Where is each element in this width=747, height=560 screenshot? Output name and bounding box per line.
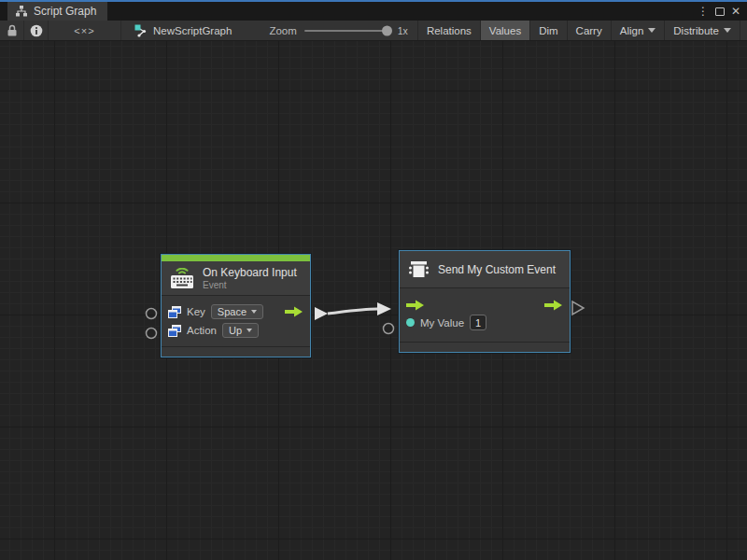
zoom-slider-handle[interactable]: [382, 25, 392, 35]
graph-icon: [134, 24, 148, 37]
object-icon: [168, 306, 181, 318]
values-button[interactable]: Values: [480, 21, 529, 40]
action-dropdown[interactable]: Up: [222, 323, 259, 338]
trigger-output-port[interactable]: [544, 300, 563, 311]
port-row-my-value: My Value: [400, 313, 570, 332]
kebab-menu-icon[interactable]: ⋮: [698, 6, 709, 17]
carry-button[interactable]: Carry: [567, 21, 611, 40]
port-label-my-value: My Value: [420, 317, 464, 329]
node-title: On Keyboard Input: [203, 266, 297, 279]
zoom-label: Zoom: [269, 25, 296, 36]
node-header: Send My Custom Event: [400, 251, 570, 288]
port-label-key: Key: [187, 306, 205, 317]
node-body: My Value: [400, 288, 570, 342]
zoom-control: Zoom 1x: [269, 21, 408, 40]
chevron-down-icon: [648, 28, 655, 33]
graph-breadcrumb[interactable]: NewScriptGraph: [134, 21, 232, 40]
trigger-row: [400, 298, 570, 313]
relations-button[interactable]: Relations: [417, 21, 480, 40]
maximize-icon[interactable]: [715, 7, 725, 16]
trigger-output-port[interactable]: [285, 306, 303, 317]
lock-icon: [7, 24, 18, 37]
node-header: On Keyboard Input Event: [162, 261, 310, 296]
trigger-input-port[interactable]: [406, 300, 425, 311]
port-row-action: Action Up: [162, 321, 310, 340]
my-value-input[interactable]: [470, 315, 486, 330]
value-port-dot[interactable]: [406, 318, 415, 327]
event-indicator-bar: [162, 255, 310, 261]
chevron-down-icon: [724, 28, 731, 33]
tab-title: Script Graph: [34, 5, 96, 18]
trigger-out-external-port[interactable]: [572, 301, 584, 315]
close-icon[interactable]: ✕: [731, 6, 740, 17]
code-preview-button[interactable]: <×>: [49, 21, 121, 40]
key-external-port[interactable]: [147, 309, 157, 319]
script-graph-window: Script Graph ⋮ ✕: [0, 0, 747, 560]
lock-button[interactable]: [0, 21, 24, 40]
connection-wire[interactable]: [328, 309, 377, 314]
unit-icon: [407, 259, 430, 280]
wire-arrowhead[interactable]: [377, 302, 391, 315]
my-value-external-port[interactable]: [384, 324, 394, 334]
overview-button[interactable]: Overview: [740, 21, 747, 40]
distribute-dropdown-button[interactable]: Distribute: [664, 21, 740, 40]
port-label-action: Action: [187, 325, 217, 336]
info-icon: [30, 24, 43, 37]
port-row-key: Key Space: [162, 302, 310, 321]
graph-canvas[interactable]: On Keyboard Input Event Key: [0, 41, 747, 560]
zoom-slider[interactable]: [304, 30, 390, 32]
node-footer: [162, 346, 310, 357]
keyboard-icon: [169, 268, 195, 289]
graph-toolbar: <×> NewScriptGraph Zoom 1x Relations: [0, 21, 747, 41]
node-footer: [400, 342, 570, 352]
node-send-my-custom-event[interactable]: Send My Custom Event: [399, 250, 571, 353]
hierarchy-icon: [15, 6, 28, 17]
toolbar-buttons: Relations Values Dim Carry Align Distrib…: [417, 21, 747, 40]
action-external-port[interactable]: [147, 329, 157, 339]
chevron-down-icon: [247, 329, 252, 332]
tab-bar: Script Graph ⋮ ✕: [0, 2, 747, 21]
window-controls: ⋮ ✕: [698, 2, 747, 21]
info-button[interactable]: [24, 21, 49, 40]
connection-overlay: [0, 41, 747, 560]
graph-name: NewScriptGraph: [153, 25, 232, 36]
zoom-value: 1x: [398, 25, 408, 36]
object-icon: [168, 325, 181, 337]
tab-script-graph[interactable]: Script Graph: [7, 2, 107, 21]
node-subtitle: Event: [203, 280, 297, 290]
dim-button[interactable]: Dim: [529, 21, 566, 40]
chevron-down-icon: [251, 310, 257, 314]
align-dropdown-button[interactable]: Align: [611, 21, 665, 40]
code-icon: <×>: [74, 25, 94, 36]
node-on-keyboard-input[interactable]: On Keyboard Input Event Key: [161, 254, 311, 357]
key-dropdown[interactable]: Space: [211, 304, 263, 319]
wire-start-triangle[interactable]: [315, 307, 328, 320]
node-title: Send My Custom Event: [438, 263, 556, 276]
node-body: Key Space: [162, 296, 310, 346]
